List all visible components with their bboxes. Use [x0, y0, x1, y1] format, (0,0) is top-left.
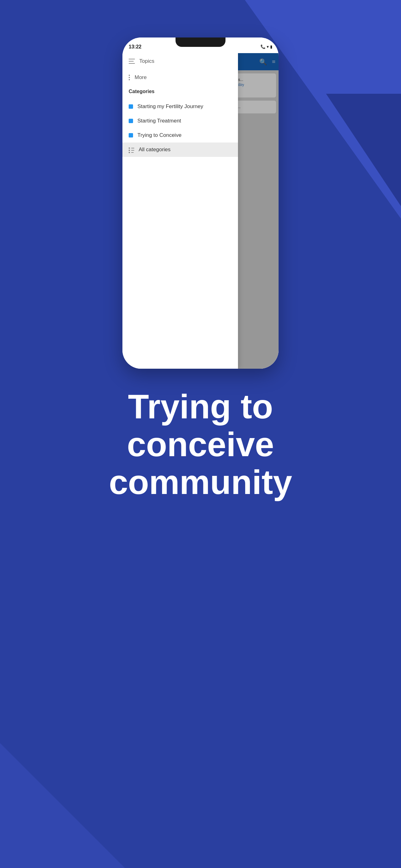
category-label-starting-treatment: Starting Treatment: [137, 118, 181, 124]
categories-title: Categories: [129, 89, 232, 94]
app-content: 🔍 ≡ oss... ertility 0 ur...: [123, 53, 278, 369]
call-icon: 📞: [261, 44, 265, 50]
category-label-trying-to-conceive: Trying to Conceive: [137, 132, 181, 138]
battery-icon: ▮: [270, 44, 272, 50]
categories-section: Categories: [123, 86, 238, 99]
list-icon: [129, 148, 134, 152]
headline-line1: Trying to conceive community: [109, 388, 292, 501]
wifi-icon: ▾: [267, 44, 269, 50]
phone-notch: [175, 37, 226, 47]
category-color-dot: [129, 133, 133, 137]
category-item-trying-to-conceive[interactable]: Trying to Conceive: [123, 128, 238, 143]
category-item-fertility-journey[interactable]: Starting my Fertility Journey: [123, 99, 238, 114]
more-dots-icon: [129, 75, 130, 80]
category-color-dot: [129, 119, 133, 123]
all-categories-item[interactable]: All categories: [123, 143, 238, 157]
category-label-fertility-journey: Starting my Fertility Journey: [137, 103, 203, 110]
layers-icon: [129, 59, 135, 64]
phone-frame: 13:22 📞 ▾ ▮ 🔍 ≡ oss... ertility 0: [123, 37, 278, 369]
menu-item-more[interactable]: More: [123, 69, 238, 86]
status-icons: 📞 ▾ ▮: [261, 44, 272, 50]
topics-label: Topics: [139, 58, 154, 64]
category-item-starting-treatment[interactable]: Starting Treatment: [123, 114, 238, 128]
more-label: More: [135, 74, 147, 81]
category-color-dot: [129, 104, 133, 109]
status-time: 13:22: [129, 44, 141, 50]
all-categories-label: All categories: [139, 147, 170, 153]
menu-item-topics[interactable]: Topics: [123, 53, 238, 69]
navigation-drawer: Topics More Categories: [123, 53, 238, 369]
headline-area: Trying to conceive community: [90, 388, 311, 501]
